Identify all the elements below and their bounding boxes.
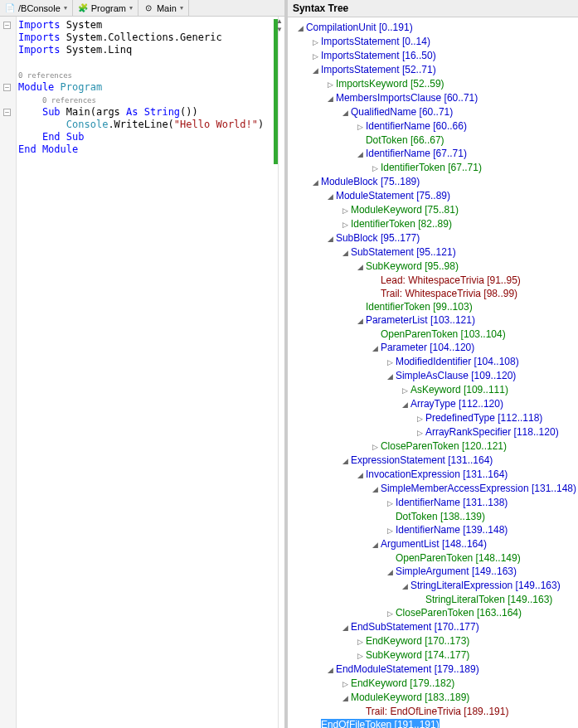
tree-label[interactable]: SimpleMemberAccessExpression [131..148) xyxy=(381,483,576,494)
tree-label[interactable]: IdentifierName [60..66) xyxy=(366,120,467,132)
tree-expand-icon[interactable]: ▷ xyxy=(386,607,396,620)
code-line[interactable]: End Module xyxy=(17,143,284,156)
tree-node[interactable]: ◢ModuleStatement [75..89)▷ModuleKeyword … xyxy=(326,189,576,231)
code-line[interactable]: Console.WriteLine("Hello World!") xyxy=(17,119,284,131)
tree-collapse-icon[interactable]: ◢ xyxy=(326,190,336,203)
tree-label[interactable]: EndModuleStatement [179..189) xyxy=(336,663,479,675)
tree-label[interactable]: Trail: EndOfLineTrivia [189..191) xyxy=(366,706,509,717)
tree-label[interactable]: SubBlock [95..177) xyxy=(336,232,420,244)
tree-expand-icon[interactable]: ▷ xyxy=(415,412,425,425)
tree-label[interactable]: CompilationUnit [0..191) xyxy=(306,22,413,33)
tree-label[interactable]: SubKeyword [174..177) xyxy=(366,649,469,661)
tree-label[interactable]: CloseParenToken [120..121) xyxy=(381,440,507,452)
tree-node[interactable]: ◢Parameter [104..120)▷ModifiedIdentifier… xyxy=(371,341,576,439)
tree-expand-icon[interactable]: ▷ xyxy=(356,649,366,662)
code-line[interactable]: 0 references xyxy=(17,69,284,81)
tree-label[interactable]: EndSubStatement [170..177) xyxy=(351,621,479,633)
code-line[interactable]: End Sub xyxy=(17,131,284,143)
tree-label[interactable]: EndKeyword [170..173) xyxy=(366,635,469,647)
tree-node[interactable]: ◢ArrayType [112..120)▷PredefinedType [11… xyxy=(401,397,576,439)
tree-label[interactable]: PredefinedType [112..118) xyxy=(425,412,542,424)
nav-dropdown-2[interactable]: ⊙Main▾ xyxy=(138,0,189,16)
tree-node[interactable]: ◢ParameterList [103..121)OpenParenToken … xyxy=(356,313,576,454)
code-line[interactable]: Imports System.Collections.Generic xyxy=(17,32,284,44)
tree-node[interactable]: ▷EndKeyword [179..182) xyxy=(341,677,576,691)
tree-node[interactable]: ▷IdentifierName [139..148) xyxy=(386,523,576,537)
tree-node[interactable]: ▷IdentifierToken [67..71) xyxy=(371,161,576,175)
tree-collapse-icon[interactable]: ◢ xyxy=(386,565,396,579)
outline-toggle[interactable]: − xyxy=(3,109,11,116)
tree-label[interactable]: ArrayRankSpecifier [118..120) xyxy=(425,426,559,438)
tree-node[interactable]: ▷ArrayRankSpecifier [118..120) xyxy=(415,425,576,439)
tree-label[interactable]: ImportsStatement [0..14) xyxy=(321,36,430,47)
split-down-icon[interactable]: ▼ xyxy=(276,27,283,33)
tree-node[interactable]: IdentifierToken [99..103) xyxy=(356,300,576,313)
tree-node[interactable]: ▷IdentifierToken [82..89) xyxy=(341,217,576,231)
tree-node[interactable]: ◢SubKeyword [95..98)Lead: WhitespaceTriv… xyxy=(356,260,576,300)
tree-node[interactable]: ◢IdentifierName [67..71)▷IdentifierToken… xyxy=(356,147,576,175)
tree-expand-icon[interactable]: ▷ xyxy=(341,677,351,691)
tree-node[interactable]: ▷ImportsStatement [0..14) xyxy=(311,35,576,49)
tree-collapse-icon[interactable]: ◢ xyxy=(341,106,351,119)
tree-label[interactable]: AsKeyword [109..111) xyxy=(410,384,508,396)
tree-collapse-icon[interactable]: ◢ xyxy=(341,621,351,634)
outline-toggle[interactable]: − xyxy=(3,84,11,91)
tree-node[interactable]: Trail: WhitespaceTrivia [98..99) xyxy=(371,287,576,300)
tree-node[interactable]: ▷IdentifierName [60..66) xyxy=(356,119,576,133)
tree-label[interactable]: ArgumentList [148..164) xyxy=(381,538,487,550)
tree-node[interactable]: ▷SubKeyword [174..177) xyxy=(356,648,576,662)
tree-node[interactable]: ▷ModifiedIdentifier [104..108) xyxy=(386,355,576,369)
tree-node[interactable]: ◢ModuleBlock [75..189)◢ModuleStatement [… xyxy=(311,175,576,718)
code-line[interactable]: Module Program xyxy=(17,81,284,94)
tree-label[interactable]: IdentifierName [67..71) xyxy=(366,148,467,159)
tree-node[interactable]: ▷IdentifierName [131..138) xyxy=(386,496,576,510)
tree-expand-icon[interactable]: ▷ xyxy=(356,635,366,648)
tree-label[interactable]: Parameter [104..120) xyxy=(381,342,474,353)
tree-label[interactable]: ModuleKeyword [183..189) xyxy=(351,692,469,703)
code-line[interactable]: 0 references xyxy=(17,94,284,106)
tree-collapse-icon[interactable]: ◢ xyxy=(371,538,381,551)
tree-collapse-icon[interactable]: ◢ xyxy=(296,22,306,35)
tree-label[interactable]: SimpleAsClause [109..120) xyxy=(396,370,516,381)
tree-label[interactable]: InvocationExpression [131..164) xyxy=(366,468,508,480)
tree-label[interactable]: OpenParenToken [103..104) xyxy=(381,328,506,340)
tree-label[interactable]: Lead: WhitespaceTrivia [91..95) xyxy=(381,274,521,286)
tree-node[interactable]: ◢EndSubStatement [170..177)▷EndKeyword [… xyxy=(341,620,576,662)
code-line[interactable] xyxy=(17,56,284,69)
tree-collapse-icon[interactable]: ◢ xyxy=(341,246,351,260)
tree-expand-icon[interactable]: ▷ xyxy=(356,120,366,133)
tree-node[interactable]: ▷CloseParenToken [120..121) xyxy=(371,439,576,454)
tree-node[interactable]: OpenParenToken [103..104) xyxy=(371,328,576,341)
tree-node[interactable]: ◢SubBlock [95..177)◢SubStatement [95..12… xyxy=(326,231,576,662)
tree-collapse-icon[interactable]: ◢ xyxy=(356,148,366,161)
tree-label[interactable]: ImportsStatement [16..50) xyxy=(321,50,436,61)
tree-expand-icon[interactable]: ▷ xyxy=(415,426,425,439)
tree-collapse-icon[interactable]: ◢ xyxy=(356,260,366,274)
tree-label[interactable]: ParameterList [103..121) xyxy=(366,314,475,326)
tree-collapse-icon[interactable]: ◢ xyxy=(386,370,396,383)
tree-node[interactable]: ▷EndKeyword [170..173) xyxy=(356,634,576,648)
tree-collapse-icon[interactable]: ◢ xyxy=(401,398,410,411)
tree-label[interactable]: IdentifierToken [67..71) xyxy=(381,162,482,173)
tree-node[interactable]: ◢StringLiteralExpression [149..163)Strin… xyxy=(401,579,576,606)
tree-label[interactable]: DotToken [66..67) xyxy=(366,134,444,146)
tree-node[interactable]: ◢SimpleAsClause [109..120)▷AsKeyword [10… xyxy=(386,369,576,439)
tree-collapse-icon[interactable]: ◢ xyxy=(401,580,410,593)
tree-expand-icon[interactable]: ▷ xyxy=(311,36,321,49)
tree-collapse-icon[interactable]: ◢ xyxy=(326,232,336,245)
tree-node[interactable]: ◢SimpleMemberAccessExpression [131..148)… xyxy=(371,482,576,537)
tree-node[interactable]: DotToken [138..139) xyxy=(386,510,576,523)
tree-label[interactable]: MembersImportsClause [60..71) xyxy=(336,92,478,104)
tree-node[interactable]: ▷AsKeyword [109..111) xyxy=(401,383,576,397)
tree-node[interactable]: Trail: EndOfLineTrivia [189..191) xyxy=(356,705,576,718)
tree-collapse-icon[interactable]: ◢ xyxy=(341,454,351,468)
tree-label[interactable]: ModifiedIdentifier [104..108) xyxy=(396,356,519,367)
tree-collapse-icon[interactable]: ◢ xyxy=(326,92,336,105)
tree-node[interactable]: ◢SimpleArgument [149..163)◢StringLiteral… xyxy=(386,565,576,606)
tree-expand-icon[interactable]: ▷ xyxy=(386,524,396,537)
tree-node[interactable]: ◢InvocationExpression [131..164)◢SimpleM… xyxy=(356,468,576,620)
split-up-icon[interactable]: ▲ xyxy=(276,18,283,25)
tree-node[interactable]: ▷ImportsStatement [16..50) xyxy=(311,49,576,63)
tree-collapse-icon[interactable]: ◢ xyxy=(311,64,321,77)
tree-node[interactable]: ◢ImportsStatement [52..71)▷ImportsKeywor… xyxy=(311,63,576,175)
